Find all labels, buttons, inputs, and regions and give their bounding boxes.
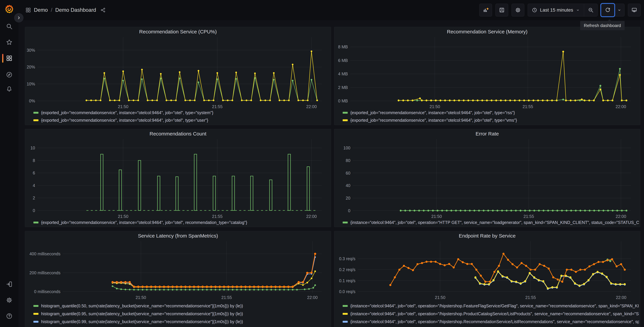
- settings-gear-icon: [515, 7, 521, 13]
- sidebar: [0, 0, 18, 327]
- y-tick-label: 0.0 req/s: [339, 289, 356, 294]
- legend-label: {instance="otelcol:9464", job="otel", op…: [350, 220, 639, 225]
- y-tick-label: 2 MB: [338, 85, 348, 90]
- y-tick-label: 20%: [27, 65, 35, 69]
- search-icon: [6, 23, 13, 30]
- sidebar-item-starred[interactable]: [0, 36, 18, 48]
- y-tick-label: 80: [346, 158, 350, 163]
- legend: {instance="otelcol:9464", job="otel", op…: [343, 219, 639, 226]
- toolbar: Last 15 minutes Refresh dashboard: [479, 4, 641, 16]
- compass-icon: [6, 71, 13, 78]
- legend-item[interactable]: {instance="otelcol:9464", job="otel", op…: [343, 310, 639, 318]
- legend-item[interactable]: {instance="otelcol:9464", job="otel", op…: [343, 302, 639, 310]
- legend-swatch: [34, 112, 38, 114]
- x-tick-label: 22:00: [307, 295, 318, 300]
- save-icon: [498, 7, 505, 13]
- monitor-icon: [631, 7, 638, 13]
- y-tick-label: 0.3 req/s: [339, 256, 356, 261]
- legend-swatch: [343, 321, 348, 323]
- legend-item[interactable]: {instance="otelcol:9464", job="otel", op…: [343, 326, 639, 327]
- sidebar-item-dashboards[interactable]: [0, 52, 18, 64]
- sidebar-item-alerting[interactable]: [0, 83, 18, 95]
- legend-item[interactable]: histogram_quantile(0.95, sum(rate(latenc…: [34, 310, 330, 318]
- panel-recommendation-service-memory: 8 MB6 MB4 MB2 MB0 MB21:5021:5522:00Recom…: [334, 27, 640, 125]
- panel-title[interactable]: Recommendation Service (CPU%): [25, 27, 331, 36]
- dashboard-grid: 30%20%10%0%21:5021:5522:00Recommendation…: [25, 27, 640, 327]
- dashboards-icon: [6, 55, 13, 62]
- time-range-label: Last 15 minutes: [540, 8, 573, 13]
- legend-label: {exported_job="recommendationservice", i…: [41, 118, 208, 123]
- y-tick-label: 0.1 req/s: [339, 278, 356, 283]
- chart-plot[interactable]: 108642021:5021:5522:00: [25, 129, 331, 227]
- legend-item[interactable]: histogram_quantile(0.999, sum(rate(laten…: [34, 326, 330, 327]
- dashboards-grid-icon: [25, 7, 31, 13]
- y-tick-label: 8: [33, 158, 35, 163]
- x-tick-label: 21:50: [136, 295, 146, 300]
- share-icon[interactable]: [100, 7, 106, 13]
- legend-item[interactable]: {exported_job="recommendationservice", i…: [343, 109, 639, 116]
- grafana-logo[interactable]: [4, 4, 15, 15]
- refresh-dashboard-button[interactable]: Refresh dashboard: [601, 4, 614, 16]
- legend-swatch: [34, 222, 38, 224]
- legend-label: {instance="otelcol:9464", job="otel", op…: [350, 319, 639, 324]
- chart-plot[interactable]: 10080604020021:5021:5522:00: [334, 129, 640, 227]
- legend-item[interactable]: histogram_quantile(0.50, sum(rate(latenc…: [34, 302, 330, 310]
- refresh-interval-dropdown[interactable]: [614, 4, 624, 16]
- panel-error-rate: 10080604020021:5021:5522:00Error Rate {i…: [334, 129, 640, 227]
- time-range-picker[interactable]: Last 15 minutes: [528, 4, 584, 16]
- y-tick-label: 20: [346, 196, 350, 200]
- zoom-out-time-button[interactable]: [584, 4, 598, 16]
- dashboard-settings-button[interactable]: [512, 4, 524, 16]
- add-panel-button[interactable]: [479, 4, 492, 16]
- refresh-controls: Refresh dashboard: [601, 4, 624, 16]
- legend-item[interactable]: histogram_quantile(0.99, sum(rate(latenc…: [34, 318, 330, 326]
- panel-service-latency-from-spanmetrics: 400 milliseconds200 milliseconds0 millis…: [25, 231, 331, 327]
- panel-title[interactable]: Error Rate: [334, 129, 640, 138]
- y-tick-label: 2: [33, 196, 35, 200]
- panel-title[interactable]: Recommendations Count: [25, 129, 331, 138]
- x-tick-label: 21:50: [118, 214, 128, 219]
- y-tick-label: 10%: [27, 82, 35, 86]
- x-tick-label: 21:55: [212, 104, 222, 109]
- breadcrumb-page[interactable]: Demo Dashboard: [55, 7, 96, 13]
- star-icon: [6, 39, 13, 46]
- y-tick-label: 6: [33, 170, 35, 175]
- refresh-tooltip: Refresh dashboard: [580, 21, 625, 30]
- sidebar-item-sign-in[interactable]: [0, 278, 18, 290]
- legend-label: histogram_quantile(0.99, sum(rate(latenc…: [41, 319, 243, 324]
- legend-item[interactable]: {exported_job="recommendationservice", i…: [34, 116, 330, 124]
- panel-title[interactable]: Endpoint Rate by Service: [334, 231, 640, 240]
- cycle-view-mode-button[interactable]: [628, 4, 641, 16]
- bar: [100, 154, 103, 210]
- legend-swatch: [34, 119, 38, 121]
- legend-item[interactable]: {exported_job="recommendationservice", i…: [34, 219, 330, 226]
- y-tick-label: 6 MB: [338, 58, 348, 63]
- panel-recommendations-count: 108642021:5021:5522:00Recommendations Co…: [25, 129, 331, 227]
- legend-item[interactable]: {instance="otelcol:9464", job="otel", op…: [343, 318, 639, 326]
- sidebar-item-explore[interactable]: [0, 69, 18, 81]
- x-tick-label: 21:55: [525, 295, 536, 300]
- clock-icon: [532, 7, 538, 13]
- breadcrumb-section[interactable]: Demo: [34, 7, 48, 13]
- legend-item[interactable]: {exported_job="recommendationservice", i…: [34, 109, 330, 116]
- sidebar-item-help[interactable]: [0, 310, 18, 322]
- bar: [213, 176, 216, 210]
- sidebar-item-search[interactable]: [0, 20, 18, 32]
- y-tick-label: 4 MB: [338, 72, 348, 76]
- legend-item[interactable]: {exported_job="recommendationservice", i…: [343, 116, 639, 124]
- x-tick-label: 22:00: [616, 214, 626, 219]
- sidebar-item-configuration[interactable]: [0, 294, 18, 306]
- panel-title[interactable]: Service Latency (from SpanMetrics): [25, 231, 331, 240]
- legend: {instance="otelcol:9464", job="otel", op…: [343, 302, 639, 327]
- legend-item[interactable]: {instance="otelcol:9464", job="otel", op…: [343, 219, 639, 226]
- legend-swatch: [343, 222, 348, 224]
- x-tick-label: 21:55: [222, 295, 232, 300]
- chevron-right-icon: [16, 16, 21, 20]
- panel-recommendation-service-cpu: 30%20%10%0%21:5021:5522:00Recommendation…: [25, 27, 331, 125]
- y-tick-label: 30%: [27, 48, 35, 52]
- legend-label: {instance="otelcol:9464", job="otel", op…: [350, 304, 639, 308]
- expand-sidebar-button[interactable]: [14, 13, 24, 22]
- y-tick-label: 0 MB: [338, 98, 348, 103]
- legend-label: histogram_quantile(0.50, sum(rate(latenc…: [41, 304, 243, 308]
- save-dashboard-button[interactable]: [496, 4, 508, 16]
